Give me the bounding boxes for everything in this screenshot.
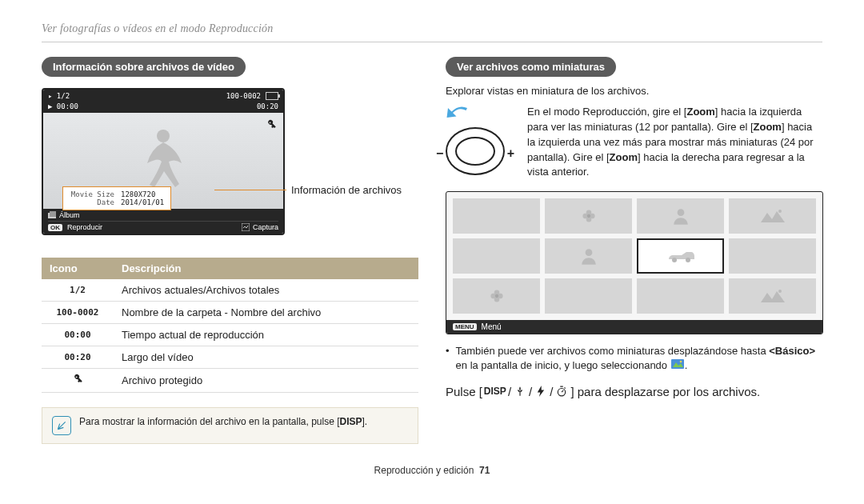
table-row: Archivo protegido bbox=[42, 369, 418, 393]
callout-line: Información de archivos bbox=[214, 184, 402, 196]
icon-description-table: Icono Descripción 1/2Archivos actuales/A… bbox=[42, 258, 418, 393]
note-icon bbox=[52, 416, 71, 435]
lcd-preview: ▸ 1/2 100-0002 ▶ 00:00 00:20 bbox=[42, 88, 285, 235]
rotate-left-arrow-icon bbox=[446, 105, 470, 121]
svg-point-13 bbox=[686, 258, 690, 262]
svg-point-12 bbox=[672, 258, 677, 262]
table-row: 100-0002Nombre de la carpeta - Nombre de… bbox=[42, 302, 418, 324]
flash-icon bbox=[534, 386, 548, 397]
person-icon bbox=[670, 206, 691, 226]
divider bbox=[42, 42, 822, 42]
navigation-instruction: Pulse [ DISP/// ] para desplazarse por l… bbox=[446, 385, 822, 398]
menu-label: Menú bbox=[482, 322, 502, 331]
lcd-time-current: 00:00 bbox=[57, 102, 78, 110]
svg-rect-2 bbox=[50, 211, 56, 217]
thumb-cell bbox=[545, 278, 632, 314]
thumb-cell bbox=[729, 278, 816, 314]
thumbnail-grid-preview: MENU Menú bbox=[446, 191, 823, 334]
album-icon bbox=[48, 211, 56, 219]
macro-icon bbox=[513, 386, 527, 397]
section-heading-video-info: Información sobre archivos de vídeo bbox=[42, 57, 246, 77]
svg-point-19 bbox=[778, 290, 782, 293]
capture-icon bbox=[242, 223, 250, 231]
flower-icon bbox=[486, 286, 507, 306]
gallery-app-icon bbox=[670, 358, 685, 370]
note-box: Para mostrar la información del archivo … bbox=[42, 407, 418, 444]
key-icon bbox=[72, 377, 83, 387]
thumb-cell bbox=[729, 238, 816, 274]
thumb-cell-selected bbox=[637, 238, 724, 274]
ok-button-icon: OK bbox=[48, 224, 62, 231]
lcd-time-total: 00:20 bbox=[257, 102, 278, 110]
zoom-dial-icon: −+ bbox=[446, 127, 505, 175]
svg-point-10 bbox=[778, 210, 782, 213]
thumb-cell bbox=[729, 198, 816, 234]
thumb-cell bbox=[637, 198, 724, 234]
thumb-cell bbox=[453, 278, 540, 314]
svg-point-18 bbox=[494, 294, 498, 298]
svg-point-22 bbox=[558, 389, 566, 396]
file-info-popup: Movie Size1280X720 Date2014/01/01 bbox=[62, 186, 171, 210]
timer-icon bbox=[554, 386, 569, 397]
svg-point-8 bbox=[586, 214, 590, 218]
menu-button-icon: MENU bbox=[453, 323, 477, 330]
table-row: 1/2Archivos actuales/Archivos totales bbox=[42, 279, 418, 302]
svg-point-11 bbox=[585, 250, 592, 257]
thumb-cell bbox=[545, 238, 632, 274]
svg-rect-20 bbox=[671, 359, 684, 369]
svg-point-9 bbox=[677, 210, 684, 217]
breadcrumb: Ver fotografías o vídeos en el modo Repr… bbox=[42, 22, 822, 35]
battery-icon bbox=[266, 92, 278, 100]
thumb-cell bbox=[545, 198, 632, 234]
landscape-icon bbox=[761, 288, 785, 304]
table-row: 00:00Tiempo actual de reproducción bbox=[42, 324, 418, 346]
zoom-instructions: En el modo Reproducción, gire el [Zoom] … bbox=[527, 105, 822, 180]
page-footer: Reproducción y edición 71 bbox=[42, 465, 822, 476]
disp-button-icon: DISP bbox=[484, 386, 506, 397]
thumb-cell bbox=[453, 238, 540, 274]
lcd-capture-label: Captura bbox=[253, 223, 278, 231]
person-icon bbox=[578, 246, 599, 266]
section-heading-thumbnails: Ver archivos como miniaturas bbox=[446, 57, 616, 77]
thumb-cell bbox=[637, 278, 724, 314]
svg-point-0 bbox=[157, 130, 170, 142]
landscape-icon bbox=[761, 208, 785, 224]
lcd-album-label: Álbum bbox=[59, 211, 80, 219]
lcd-play-label: Reproducir bbox=[67, 223, 102, 231]
col-descripcion: Descripción bbox=[114, 258, 418, 279]
thumbnails-subtitle: Explorar vistas en miniatura de los arch… bbox=[446, 85, 822, 97]
key-icon bbox=[266, 119, 277, 130]
lcd-counter: 1/2 bbox=[57, 92, 70, 100]
car-icon bbox=[667, 250, 694, 262]
flower-icon bbox=[578, 206, 599, 226]
col-icono: Icono bbox=[42, 258, 114, 279]
lcd-filename: 100-0002 bbox=[226, 92, 261, 100]
svg-point-21 bbox=[679, 361, 682, 363]
callout-label: Información de archivos bbox=[291, 184, 402, 196]
bullet-tip: • También puede ver archivos como miniat… bbox=[446, 344, 822, 373]
table-row: 00:20Largo del vídeo bbox=[42, 346, 418, 369]
thumb-cell bbox=[453, 198, 540, 234]
disp-button-icon: DISP bbox=[340, 416, 362, 427]
